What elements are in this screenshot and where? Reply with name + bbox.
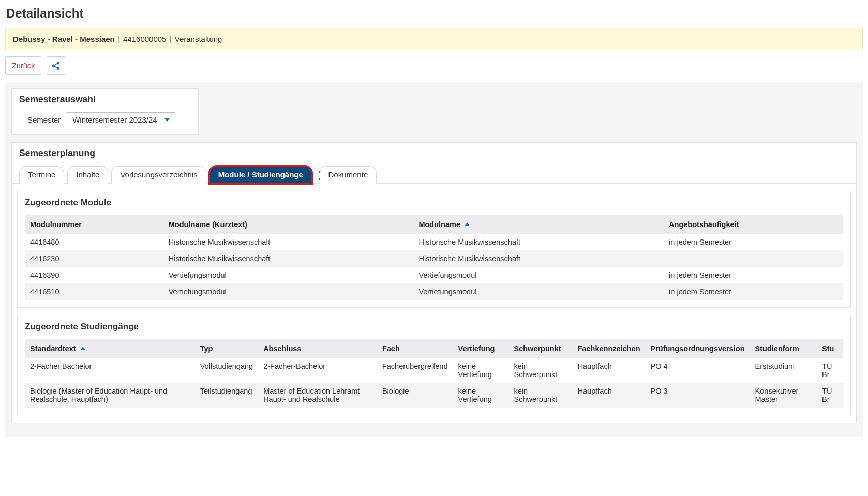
table-cell: 4416230: [25, 250, 163, 267]
table-row: 4416510VertiefungsmodulVertiefungsmoduli…: [25, 283, 843, 300]
banner-course-type: Veranstaltung: [175, 35, 222, 43]
table-cell: Vertiefungsmodul: [163, 283, 414, 300]
table-cell: Master of Education Lehramt Haupt- und R…: [258, 383, 377, 408]
table-cell: Teilstudiengang: [195, 383, 258, 408]
table-row: 4416480Historische MusikwissenschaftHist…: [25, 234, 843, 250]
table-cell: Historische Musikwissenschaft: [413, 250, 664, 267]
table-cell: Historische Musikwissenschaft: [413, 234, 664, 250]
modules-section: Zugeordnete Module ModulnummerModulname …: [17, 191, 851, 308]
table-cell: Hauptfach: [573, 383, 646, 408]
tab-inhalte[interactable]: Inhalte: [67, 166, 108, 184]
tab-module-studiengaenge[interactable]: Module / Studiengänge: [209, 166, 312, 184]
info-banner: Debussy - Ravel - Messiaen | 4416000005 …: [5, 28, 863, 50]
table-cell: 4416390: [25, 267, 163, 283]
table-cell: Fächerübergreifend: [377, 358, 453, 383]
svg-line-3: [54, 64, 57, 66]
page-title: Detailansicht: [6, 6, 862, 21]
table-row: Biologie (Master of Education Haupt- und…: [25, 383, 843, 408]
table-cell: [664, 250, 843, 267]
column-header[interactable]: Modulname (Kurztext): [163, 215, 414, 234]
table-cell: Vertiefungsmodul: [413, 283, 664, 300]
sort-asc-icon: [465, 222, 470, 226]
svg-line-4: [54, 66, 57, 68]
table-cell: keine Vertiefung: [453, 358, 509, 383]
tab-vorlesungsverzeichnis[interactable]: Vorlesungsverzeichnis: [111, 166, 206, 184]
table-cell: TU Br: [817, 358, 843, 383]
table-cell: in jedem Semester: [664, 283, 843, 300]
table-cell: TU Br: [817, 383, 843, 408]
table-cell: Hauptfach: [573, 358, 646, 383]
table-cell: kein Schwerpunkt: [509, 358, 573, 383]
table-cell: Vertiefungsmodul: [163, 267, 414, 283]
table-cell: Erststudium: [750, 358, 817, 383]
table-cell: Historische Musikwissenschaft: [163, 250, 414, 267]
table-row: 2-Fächer BachelorVollstudiengang2-Fächer…: [25, 358, 843, 383]
courses-section: Zugeordnete Studiengänge Standardtext Ty…: [17, 315, 851, 415]
table-cell: Biologie (Master of Education Haupt- und…: [25, 383, 195, 408]
semesterplanung-panel: Semesterplanung Termine Inhalte Vorlesun…: [11, 142, 857, 423]
semester-select-value: Wintersemester 2023/24: [72, 115, 157, 124]
column-header[interactable]: Prüfungsordnungsversion: [646, 339, 750, 358]
banner-course-code: 4416000005: [123, 35, 166, 43]
column-header[interactable]: Modulnummer: [25, 215, 163, 234]
table-cell: 4416480: [25, 234, 163, 250]
column-header[interactable]: Fach: [377, 339, 453, 358]
semester-label: Semester: [27, 115, 61, 124]
action-row: Zurück: [5, 55, 863, 82]
table-cell: PO 4: [646, 358, 750, 383]
tab-dokumente[interactable]: Dokumente: [320, 166, 377, 184]
table-row: 4416230Historische MusikwissenschaftHist…: [25, 250, 843, 267]
table-cell: Historische Musikwissenschaft: [163, 234, 414, 250]
column-header[interactable]: Schwerpunkt: [509, 339, 573, 358]
column-header[interactable]: Standardtext: [25, 339, 195, 358]
column-header[interactable]: Abschluss: [258, 339, 377, 358]
semester-select[interactable]: Wintersemester 2023/24: [67, 112, 175, 127]
table-cell: keine Vertiefung: [453, 383, 509, 408]
table-cell: kein Schwerpunkt: [509, 383, 573, 408]
table-cell: 2-Fächer-Bachelor: [258, 358, 377, 383]
courses-heading: Zugeordnete Studiengänge: [18, 315, 850, 335]
sort-asc-icon: [80, 347, 85, 350]
semesterplanung-heading: Semesterplanung: [12, 143, 856, 162]
table-cell: Vertiefungsmodul: [413, 267, 664, 283]
column-header[interactable]: Typ: [195, 339, 258, 358]
courses-table: Standardtext TypAbschlussFachVertiefungS…: [25, 339, 843, 408]
table-cell: in jedem Semester: [664, 267, 843, 283]
table-cell: Biologie: [377, 383, 453, 408]
column-header[interactable]: Angebotshäufigkeit: [664, 215, 843, 234]
tab-bar: Termine Inhalte Vorlesungsverzeichnis Mo…: [12, 162, 856, 184]
column-header[interactable]: Studienform: [750, 339, 817, 358]
modules-table: ModulnummerModulname (Kurztext)Modulname…: [25, 215, 843, 300]
table-cell: 4416510: [25, 283, 163, 300]
table-cell: in jedem Semester: [664, 234, 843, 250]
column-header[interactable]: Stu: [817, 339, 843, 358]
table-cell: PO 3: [646, 383, 750, 408]
banner-course-title: Debussy - Ravel - Messiaen: [13, 35, 115, 43]
content-area: Semesterauswahl Semester Wintersemester …: [5, 82, 863, 437]
table-cell: Konsekutiver Master: [750, 383, 817, 408]
semester-select-panel: Semesterauswahl Semester Wintersemester …: [11, 88, 199, 135]
tab-termine[interactable]: Termine: [19, 166, 64, 184]
column-header[interactable]: Vertiefung: [453, 339, 509, 358]
table-row: 4416390VertiefungsmodulVertiefungsmoduli…: [25, 267, 843, 283]
table-cell: Vollstudiengang: [195, 358, 258, 383]
column-header[interactable]: Fachkennzeichen: [573, 339, 646, 358]
table-cell: 2-Fächer Bachelor: [25, 358, 195, 383]
share-button[interactable]: [47, 56, 65, 75]
semester-select-heading: Semesterauswahl: [12, 89, 198, 108]
share-icon: [51, 61, 61, 70]
modules-heading: Zugeordnete Module: [18, 191, 850, 211]
back-button[interactable]: Zurück: [5, 56, 41, 75]
column-header[interactable]: Modulname: [413, 215, 664, 234]
